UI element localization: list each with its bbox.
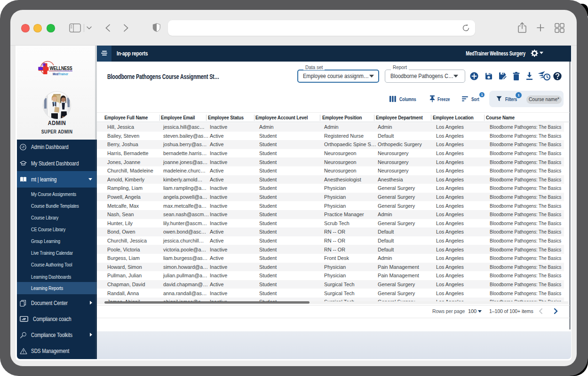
svg-text:WELLNESS: WELLNESS [50, 65, 72, 71]
svg-text:MedTrainer: MedTrainer [53, 72, 68, 76]
